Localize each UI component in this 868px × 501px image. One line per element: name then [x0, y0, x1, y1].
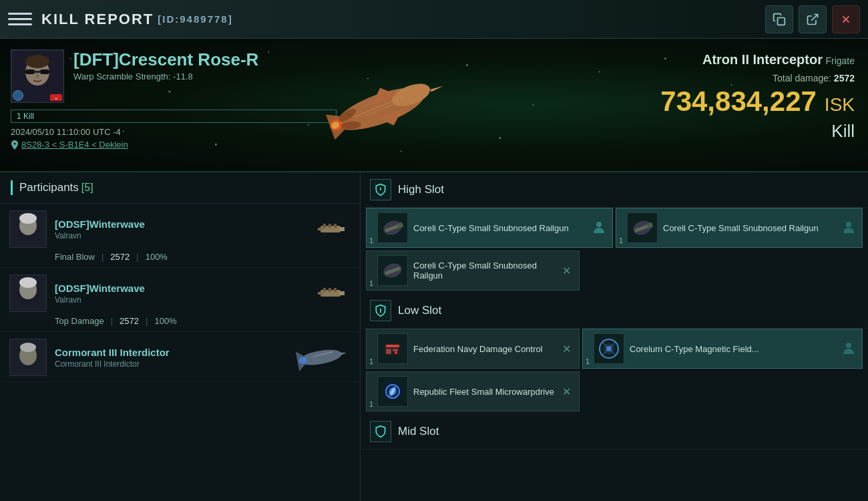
svg-point-65 — [20, 343, 36, 352]
participant-name: [ODSF]Winterwave — [55, 218, 302, 230]
svg-rect-47 — [318, 228, 323, 230]
slot-item[interactable]: 1 Corelum C-Type Magnetic Field... — [582, 329, 863, 369]
svg-rect-49 — [329, 224, 331, 228]
pilot-avatar: - — [11, 49, 64, 103]
svg-rect-92 — [393, 349, 398, 351]
participant-avatar — [9, 210, 47, 248]
svg-rect-43 — [21, 224, 27, 228]
svg-rect-59 — [318, 292, 323, 295]
participant-info: Cormorant III Interdictor Cormorant III … — [55, 347, 282, 369]
item-name: Republic Fleet Small Microwarpdrive — [413, 387, 554, 397]
svg-rect-23 — [25, 69, 35, 74]
main-body: Participants [5] [ODSF]Winterwave — [0, 172, 868, 501]
avatar-minus: - — [50, 94, 62, 101]
participant-corp: Cormorant III Interdictor — [55, 359, 282, 369]
participants-title: Participants — [19, 181, 79, 194]
svg-point-78 — [596, 222, 602, 227]
item-name: Coreli C-Type Small Snubnosed Railgun — [663, 223, 838, 233]
high-slot-header: High Slot — [361, 172, 868, 208]
svg-rect-58 — [339, 291, 345, 295]
slot-item[interactable]: 1 Coreli C-Type Small Snubnosed Railgun — [616, 208, 863, 248]
slot-item[interactable]: 1 Coreli C-Type Small Snubnosed Railgun — [366, 208, 613, 248]
isk-label: ISK — [825, 94, 855, 116]
svg-line-1 — [811, 14, 817, 20]
share-button[interactable] — [799, 5, 827, 33]
close-icon[interactable]: ✕ — [560, 385, 574, 398]
participants-header: Participants [5] — [0, 172, 360, 204]
low-slot-title: Low Slot — [398, 304, 441, 317]
svg-point-22 — [25, 55, 49, 68]
low-slot-row2: 1 Republic Fleet Small Microwarpdrive ✕ — [361, 371, 868, 414]
slot-item[interactable]: 1 Coreli C-Type Small Snubnosed Railgun … — [366, 251, 580, 291]
participant-info: [ODSF]Winterwave Valravn — [55, 218, 302, 240]
item-icon — [594, 333, 624, 364]
item-name: Federation Navy Damage Control — [413, 344, 554, 354]
svg-rect-0 — [778, 17, 785, 25]
svg-point-18 — [499, 137, 501, 139]
mid-slot-icon — [370, 421, 391, 442]
svg-point-93 — [395, 351, 397, 354]
participant-stats: Final Blow | 2572 | 100% — [9, 252, 351, 262]
svg-rect-91 — [386, 349, 391, 354]
svg-rect-48 — [323, 224, 326, 228]
svg-point-26 — [35, 73, 39, 79]
report-id: [ID:9489778] — [158, 13, 232, 25]
menu-button[interactable] — [8, 7, 32, 31]
svg-rect-55 — [21, 289, 27, 292]
person-icon — [843, 342, 857, 355]
high-slot-row2: 1 Coreli C-Type Small Snubnosed Railgun … — [361, 251, 868, 293]
svg-point-42 — [19, 213, 37, 224]
damage-label: Total damage: 2572 — [660, 73, 855, 84]
slot-item[interactable]: 1 Republic Fleet Small Microwarpdrive ✕ — [366, 371, 580, 411]
participant-name: [ODSF]Winterwave — [55, 283, 302, 294]
low-slot-icon — [370, 300, 391, 321]
low-slot-row: 1 Federation Navy Damage Control ✕ — [361, 329, 868, 371]
svg-marker-29 — [430, 85, 443, 92]
ship-class: Atron II Interceptor — [702, 52, 823, 67]
svg-rect-60 — [323, 288, 326, 292]
kill-header: - [DFT]Crescent Rose-R Warp Scramble Str… — [0, 39, 868, 172]
participant-weapon — [310, 277, 351, 310]
high-slot-row: 1 Coreli C-Type Small Snubnosed Railgun — [361, 208, 868, 251]
item-name: Coreli C-Type Small Snubnosed Railgun — [413, 261, 554, 281]
item-icon — [377, 333, 408, 364]
kill-result: Kill — [660, 121, 855, 142]
svg-point-54 — [19, 277, 37, 288]
svg-rect-90 — [386, 345, 399, 347]
svg-rect-44 — [29, 224, 35, 228]
svg-point-100 — [846, 343, 851, 348]
participant-avatar — [9, 339, 47, 376]
item-name: Coreli C-Type Small Snubnosed Railgun — [413, 223, 588, 233]
participant-corp: Valravn — [55, 231, 302, 240]
participant-stats: Top Damage | 2572 | 100% — [9, 316, 351, 326]
avatar-badge — [13, 90, 23, 101]
copy-button[interactable] — [765, 5, 793, 33]
participant-corp: Valravn — [55, 295, 302, 305]
participant-info: [ODSF]Winterwave Valravn — [55, 283, 302, 305]
item-icon — [627, 212, 658, 243]
svg-marker-67 — [340, 351, 347, 355]
svg-rect-46 — [339, 227, 345, 231]
slot-item[interactable]: 1 Federation Navy Damage Control ✕ — [366, 329, 580, 369]
participants-count: [5] — [81, 182, 93, 194]
participants-panel: Participants [5] [ODSF]Winterwave — [0, 172, 361, 501]
high-slot-icon — [370, 179, 391, 200]
svg-point-9 — [533, 104, 534, 106]
ship-image — [280, 52, 481, 166]
participant-row: Cormorant III Interdictor Cormorant III … — [0, 332, 360, 382]
isk-value: 734,834,227 — [660, 86, 817, 117]
person-icon — [594, 221, 607, 234]
close-icon[interactable]: ✕ — [560, 265, 574, 277]
participant-row: [ODSF]Winterwave Valravn Final — [0, 204, 360, 268]
svg-rect-25 — [35, 71, 40, 73]
svg-rect-69 — [310, 351, 325, 365]
svg-point-83 — [846, 222, 851, 227]
header-right: Atron II Interceptor Frigate Total damag… — [660, 52, 855, 142]
close-button[interactable] — [832, 5, 860, 33]
close-icon[interactable]: ✕ — [560, 343, 574, 355]
ship-type: Frigate — [825, 55, 855, 66]
item-icon — [377, 212, 408, 243]
item-icon — [377, 376, 408, 407]
svg-rect-24 — [40, 69, 49, 74]
high-slot-title: High Slot — [398, 183, 444, 196]
